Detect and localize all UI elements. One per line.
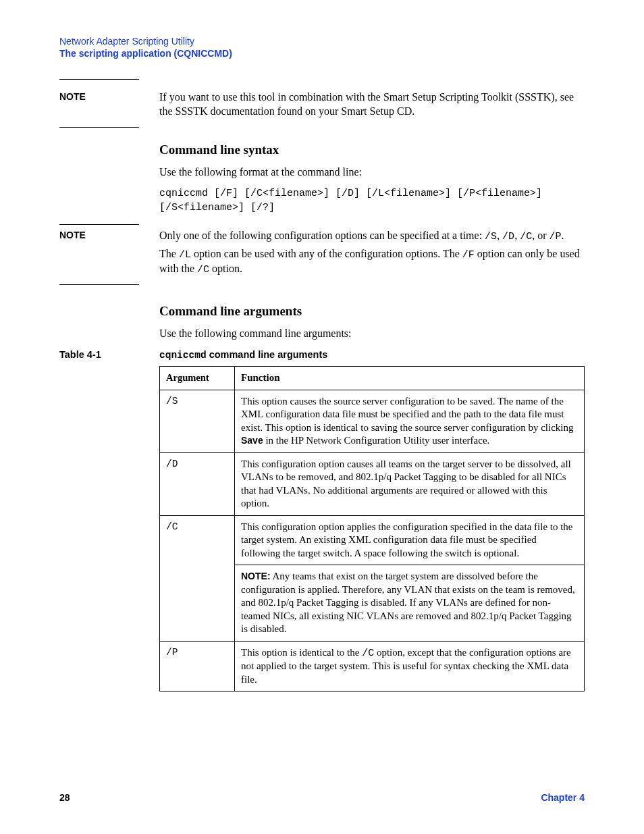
section-command-line-syntax: Command line syntax Use the following fo… [159,142,585,215]
text: This option is identical to the [241,647,362,658]
text: option can be used with any of the confi… [191,248,462,259]
arg-cell: /S [160,390,235,452]
section-command-line-arguments: Command line arguments Use the following… [159,304,585,341]
arg-cell: /P [160,641,235,692]
code: /L [179,249,191,261]
section-lead: Use the following format at the command … [159,165,585,180]
note-text-p2: The /L option can be used with any of th… [159,247,585,276]
code: /S [485,231,497,242]
table-caption: cqniccmd command line arguments [159,349,327,361]
note-rule-top [59,79,139,86]
arg-cell: /C [160,515,235,641]
table-row: /D This configuration option causes all … [160,452,585,515]
code: /C [197,264,209,276]
text: option. [209,263,242,274]
note-label: NOTE [59,91,86,102]
text: This option causes the source server con… [241,396,574,433]
note-label-col: NOTE [59,90,159,119]
note-text-p1: Only one of the following configuration … [159,229,585,244]
note-label-inline: NOTE: [241,571,271,581]
page-number: 28 [59,792,70,803]
code-block: cqniccmd [/F] [/C<filename>] [/D] [/L<fi… [159,187,585,215]
note-rule-bottom [59,284,139,285]
text: Only one of the following configuration … [159,230,485,241]
text: . [561,230,564,241]
section-heading: Command line syntax [159,142,585,157]
note-block-1: NOTE If you want to use this tool in com… [59,86,585,127]
col-header-function: Function [235,367,585,390]
bold-text: Save [241,435,263,446]
note-text-inline: Any teams that exist on the target syste… [241,571,575,634]
text: in the HP Network Configuration Utility … [263,435,490,446]
func-cell-note: NOTE: Any teams that exist on the target… [235,565,585,642]
header-section: Network Adapter Scripting Utility [59,36,585,47]
note-rule-bottom [59,127,139,128]
func-cell: This option causes the source server con… [235,390,585,452]
table-row: /P This option is identical to the /C op… [160,641,585,692]
arguments-table: Argument Function /S This option causes … [159,366,585,692]
func-cell: This configuration option causes all tea… [235,452,585,515]
page-header: Network Adapter Scripting Utility The sc… [59,36,585,59]
note-text: If you want to use this tool in combinat… [159,90,585,119]
code: /C [520,231,532,242]
code: /D [502,231,514,242]
table-caption-code: cqniccmd [159,350,207,361]
note-block-2: NOTE Only one of the following configura… [59,225,585,285]
table-caption-text: command line arguments [207,349,328,360]
col-header-argument: Argument [160,367,235,390]
table-row: /S This option causes the source server … [160,390,585,452]
text: The [159,248,179,259]
note-body: Only one of the following configuration … [159,229,585,277]
func-cell: This configuration option applies the co… [235,515,585,565]
note-label: NOTE [59,230,86,240]
note-label-col: NOTE [59,229,159,277]
code: /F [462,249,475,261]
arg-cell: /D [160,452,235,515]
section-heading: Command line arguments [159,304,585,319]
text: , [497,230,502,241]
code: /C [362,648,374,659]
code: /P [549,231,561,242]
table-number: Table 4-1 [59,349,159,360]
text: , [514,230,520,241]
text: , or [532,230,549,241]
page: Network Adapter Scripting Utility The sc… [0,0,644,834]
table-caption-row: Table 4-1 cqniccmd command line argument… [59,349,585,361]
table-header-row: Argument Function [160,367,585,390]
section-lead: Use the following command line arguments… [159,327,585,341]
note-body: If you want to use this tool in combinat… [159,90,585,119]
header-subsection: The scripting application (CQNICCMD) [59,48,585,59]
table-row: /C This configuration option applies the… [160,515,585,565]
page-footer: 28 Chapter 4 [59,792,585,803]
func-cell: This option is identical to the /C optio… [235,641,585,692]
chapter-label: Chapter 4 [541,792,585,803]
